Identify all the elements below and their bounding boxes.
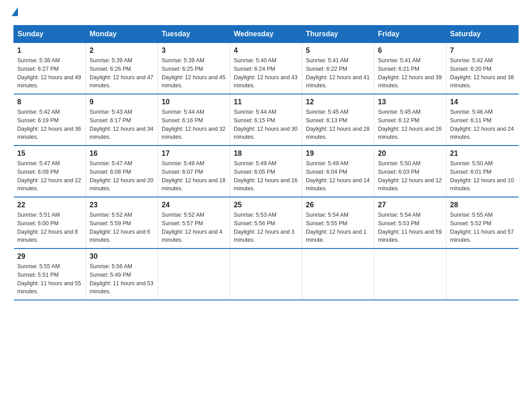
calendar-day-cell: 30 Sunrise: 5:56 AMSunset: 5:49 PMDaylig… — [86, 248, 158, 300]
day-info: Sunrise: 5:52 AMSunset: 5:59 PMDaylight:… — [90, 211, 154, 244]
calendar-day-cell: 6 Sunrise: 5:41 AMSunset: 6:21 PMDayligh… — [374, 43, 446, 94]
calendar-day-cell — [374, 248, 446, 300]
day-info: Sunrise: 5:51 AMSunset: 6:00 PMDaylight:… — [17, 211, 82, 244]
day-info: Sunrise: 5:50 AMSunset: 6:01 PMDaylight:… — [450, 159, 515, 193]
day-number: 7 — [450, 47, 515, 55]
day-info: Sunrise: 5:40 AMSunset: 6:24 PMDaylight:… — [234, 56, 298, 90]
day-number: 23 — [90, 201, 154, 209]
calendar-day-cell: 3 Sunrise: 5:39 AMSunset: 6:25 PMDayligh… — [158, 43, 230, 94]
logo-triangle-icon — [12, 7, 18, 16]
calendar-day-cell: 7 Sunrise: 5:42 AMSunset: 6:20 PMDayligh… — [446, 43, 519, 94]
day-number: 14 — [450, 98, 515, 106]
day-number: 13 — [378, 98, 442, 106]
day-info: Sunrise: 5:47 AMSunset: 6:08 PMDaylight:… — [90, 159, 154, 193]
calendar-week-row: 1 Sunrise: 5:38 AMSunset: 6:27 PMDayligh… — [14, 43, 519, 94]
day-number: 27 — [378, 201, 442, 209]
day-number: 29 — [17, 253, 82, 261]
day-info: Sunrise: 5:46 AMSunset: 6:11 PMDaylight:… — [450, 108, 515, 141]
day-info: Sunrise: 5:49 AMSunset: 6:05 PMDaylight:… — [234, 159, 298, 193]
header-sunday: Sunday — [14, 26, 86, 43]
day-info: Sunrise: 5:54 AMSunset: 5:53 PMDaylight:… — [378, 211, 442, 244]
calendar-day-cell: 12 Sunrise: 5:45 AMSunset: 6:13 PMDaylig… — [302, 94, 374, 146]
header-row: Sunday Monday Tuesday Wednesday Thursday… — [14, 26, 519, 43]
day-info: Sunrise: 5:45 AMSunset: 6:13 PMDaylight:… — [306, 108, 370, 141]
day-number: 15 — [17, 150, 82, 158]
day-number: 5 — [306, 47, 370, 55]
calendar-day-cell: 9 Sunrise: 5:43 AMSunset: 6:17 PMDayligh… — [86, 94, 158, 146]
calendar-day-cell — [446, 248, 519, 300]
calendar-day-cell: 27 Sunrise: 5:54 AMSunset: 5:53 PMDaylig… — [374, 197, 446, 248]
day-info: Sunrise: 5:53 AMSunset: 5:56 PMDaylight:… — [234, 211, 298, 244]
header-thursday: Thursday — [302, 26, 374, 43]
calendar-table: Sunday Monday Tuesday Wednesday Thursday… — [13, 25, 519, 300]
day-info: Sunrise: 5:42 AMSunset: 6:20 PMDaylight:… — [450, 56, 515, 90]
day-info: Sunrise: 5:38 AMSunset: 6:27 PMDaylight:… — [17, 56, 82, 90]
calendar-day-cell: 14 Sunrise: 5:46 AMSunset: 6:11 PMDaylig… — [446, 94, 519, 146]
calendar-week-row: 29 Sunrise: 5:55 AMSunset: 5:51 PMDaylig… — [14, 248, 519, 300]
day-info: Sunrise: 5:45 AMSunset: 6:12 PMDaylight:… — [378, 108, 442, 141]
day-info: Sunrise: 5:55 AMSunset: 5:52 PMDaylight:… — [450, 211, 515, 244]
day-info: Sunrise: 5:44 AMSunset: 6:16 PMDaylight:… — [162, 108, 226, 141]
calendar-week-row: 22 Sunrise: 5:51 AMSunset: 6:00 PMDaylig… — [14, 197, 519, 248]
header-tuesday: Tuesday — [158, 26, 230, 43]
calendar-day-cell: 13 Sunrise: 5:45 AMSunset: 6:12 PMDaylig… — [374, 94, 446, 146]
calendar-day-cell: 25 Sunrise: 5:53 AMSunset: 5:56 PMDaylig… — [230, 197, 302, 248]
day-info: Sunrise: 5:56 AMSunset: 5:49 PMDaylight:… — [90, 262, 154, 296]
calendar-day-cell: 23 Sunrise: 5:52 AMSunset: 5:59 PMDaylig… — [86, 197, 158, 248]
day-info: Sunrise: 5:49 AMSunset: 6:04 PMDaylight:… — [306, 159, 370, 193]
header-monday: Monday — [86, 26, 158, 43]
calendar-day-cell: 22 Sunrise: 5:51 AMSunset: 6:00 PMDaylig… — [14, 197, 86, 248]
day-number: 10 — [162, 98, 226, 106]
day-number: 22 — [17, 201, 82, 209]
calendar-day-cell: 16 Sunrise: 5:47 AMSunset: 6:08 PMDaylig… — [86, 146, 158, 197]
calendar-day-cell: 20 Sunrise: 5:50 AMSunset: 6:03 PMDaylig… — [374, 146, 446, 197]
calendar-day-cell: 21 Sunrise: 5:50 AMSunset: 6:01 PMDaylig… — [446, 146, 519, 197]
calendar-day-cell: 26 Sunrise: 5:54 AMSunset: 5:55 PMDaylig… — [302, 197, 374, 248]
day-info: Sunrise: 5:41 AMSunset: 6:21 PMDaylight:… — [378, 56, 442, 90]
day-info: Sunrise: 5:50 AMSunset: 6:03 PMDaylight:… — [378, 159, 442, 193]
calendar-day-cell: 19 Sunrise: 5:49 AMSunset: 6:04 PMDaylig… — [302, 146, 374, 197]
calendar-day-cell: 18 Sunrise: 5:49 AMSunset: 6:05 PMDaylig… — [230, 146, 302, 197]
day-info: Sunrise: 5:47 AMSunset: 6:09 PMDaylight:… — [17, 159, 82, 193]
day-number: 18 — [234, 150, 298, 158]
day-info: Sunrise: 5:42 AMSunset: 6:19 PMDaylight:… — [17, 108, 82, 141]
day-info: Sunrise: 5:39 AMSunset: 6:26 PMDaylight:… — [90, 56, 154, 90]
calendar-week-row: 8 Sunrise: 5:42 AMSunset: 6:19 PMDayligh… — [14, 94, 519, 146]
day-number: 3 — [162, 47, 226, 55]
day-info: Sunrise: 5:54 AMSunset: 5:55 PMDaylight:… — [306, 211, 370, 244]
day-number: 1 — [17, 47, 82, 55]
day-info: Sunrise: 5:44 AMSunset: 6:15 PMDaylight:… — [234, 108, 298, 141]
calendar-day-cell: 11 Sunrise: 5:44 AMSunset: 6:15 PMDaylig… — [230, 94, 302, 146]
page-header — [13, 9, 519, 16]
calendar-day-cell: 8 Sunrise: 5:42 AMSunset: 6:19 PMDayligh… — [14, 94, 86, 146]
day-number: 24 — [162, 201, 226, 209]
calendar-body: 1 Sunrise: 5:38 AMSunset: 6:27 PMDayligh… — [14, 43, 519, 300]
calendar-header: Sunday Monday Tuesday Wednesday Thursday… — [14, 26, 519, 43]
day-info: Sunrise: 5:41 AMSunset: 6:22 PMDaylight:… — [306, 56, 370, 90]
day-info: Sunrise: 5:52 AMSunset: 5:57 PMDaylight:… — [162, 211, 226, 244]
calendar-day-cell — [230, 248, 302, 300]
calendar-day-cell: 10 Sunrise: 5:44 AMSunset: 6:16 PMDaylig… — [158, 94, 230, 146]
calendar-day-cell: 29 Sunrise: 5:55 AMSunset: 5:51 PMDaylig… — [14, 248, 86, 300]
logo — [13, 9, 18, 16]
day-number: 20 — [378, 150, 442, 158]
calendar-day-cell: 2 Sunrise: 5:39 AMSunset: 6:26 PMDayligh… — [86, 43, 158, 94]
day-info: Sunrise: 5:43 AMSunset: 6:17 PMDaylight:… — [90, 108, 154, 141]
day-info: Sunrise: 5:55 AMSunset: 5:51 PMDaylight:… — [17, 262, 82, 296]
day-number: 28 — [450, 201, 515, 209]
day-number: 17 — [162, 150, 226, 158]
header-saturday: Saturday — [446, 26, 519, 43]
day-number: 6 — [378, 47, 442, 55]
calendar-day-cell: 5 Sunrise: 5:41 AMSunset: 6:22 PMDayligh… — [302, 43, 374, 94]
day-number: 11 — [234, 98, 298, 106]
header-wednesday: Wednesday — [230, 26, 302, 43]
calendar-day-cell — [158, 248, 230, 300]
calendar-day-cell: 4 Sunrise: 5:40 AMSunset: 6:24 PMDayligh… — [230, 43, 302, 94]
day-number: 4 — [234, 47, 298, 55]
calendar-day-cell — [302, 248, 374, 300]
day-number: 21 — [450, 150, 515, 158]
day-info: Sunrise: 5:48 AMSunset: 6:07 PMDaylight:… — [162, 159, 226, 193]
header-friday: Friday — [374, 26, 446, 43]
calendar-week-row: 15 Sunrise: 5:47 AMSunset: 6:09 PMDaylig… — [14, 146, 519, 197]
day-number: 12 — [306, 98, 370, 106]
